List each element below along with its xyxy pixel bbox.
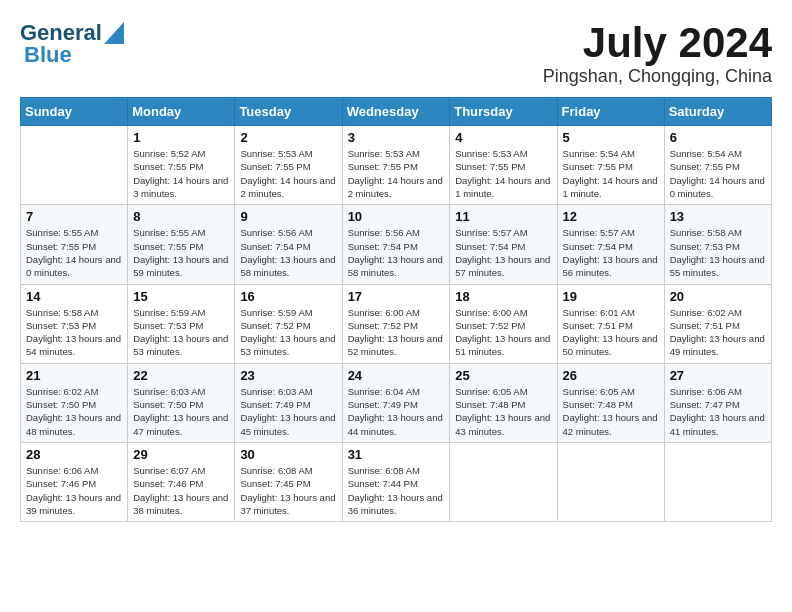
calendar-week-row: 14Sunrise: 5:58 AMSunset: 7:53 PMDayligh… (21, 284, 772, 363)
day-detail: Sunrise: 6:06 AMSunset: 7:46 PMDaylight:… (26, 464, 122, 517)
calendar-cell: 23Sunrise: 6:03 AMSunset: 7:49 PMDayligh… (235, 363, 342, 442)
calendar-cell: 1Sunrise: 5:52 AMSunset: 7:55 PMDaylight… (128, 126, 235, 205)
calendar-week-row: 1Sunrise: 5:52 AMSunset: 7:55 PMDaylight… (21, 126, 772, 205)
svg-marker-0 (104, 22, 124, 44)
calendar-cell: 17Sunrise: 6:00 AMSunset: 7:52 PMDayligh… (342, 284, 450, 363)
calendar-cell: 10Sunrise: 5:56 AMSunset: 7:54 PMDayligh… (342, 205, 450, 284)
day-number: 10 (348, 209, 445, 224)
day-detail: Sunrise: 6:06 AMSunset: 7:47 PMDaylight:… (670, 385, 766, 438)
calendar-cell: 4Sunrise: 5:53 AMSunset: 7:55 PMDaylight… (450, 126, 557, 205)
day-detail: Sunrise: 6:02 AMSunset: 7:51 PMDaylight:… (670, 306, 766, 359)
logo: General Blue (20, 20, 124, 68)
day-number: 15 (133, 289, 229, 304)
day-detail: Sunrise: 5:53 AMSunset: 7:55 PMDaylight:… (240, 147, 336, 200)
calendar-cell: 20Sunrise: 6:02 AMSunset: 7:51 PMDayligh… (664, 284, 771, 363)
day-number: 4 (455, 130, 551, 145)
day-detail: Sunrise: 5:53 AMSunset: 7:55 PMDaylight:… (455, 147, 551, 200)
day-detail: Sunrise: 6:03 AMSunset: 7:50 PMDaylight:… (133, 385, 229, 438)
day-number: 2 (240, 130, 336, 145)
calendar-cell: 28Sunrise: 6:06 AMSunset: 7:46 PMDayligh… (21, 442, 128, 521)
day-detail: Sunrise: 6:04 AMSunset: 7:49 PMDaylight:… (348, 385, 445, 438)
day-number: 12 (563, 209, 659, 224)
day-number: 18 (455, 289, 551, 304)
calendar-cell: 2Sunrise: 5:53 AMSunset: 7:55 PMDaylight… (235, 126, 342, 205)
day-detail: Sunrise: 5:58 AMSunset: 7:53 PMDaylight:… (26, 306, 122, 359)
day-number: 19 (563, 289, 659, 304)
calendar-cell (21, 126, 128, 205)
day-detail: Sunrise: 6:08 AMSunset: 7:44 PMDaylight:… (348, 464, 445, 517)
calendar-cell: 24Sunrise: 6:04 AMSunset: 7:49 PMDayligh… (342, 363, 450, 442)
calendar-cell: 9Sunrise: 5:56 AMSunset: 7:54 PMDaylight… (235, 205, 342, 284)
day-number: 31 (348, 447, 445, 462)
day-number: 29 (133, 447, 229, 462)
day-number: 16 (240, 289, 336, 304)
day-detail: Sunrise: 5:55 AMSunset: 7:55 PMDaylight:… (133, 226, 229, 279)
month-title: July 2024 (543, 20, 772, 66)
calendar-cell: 29Sunrise: 6:07 AMSunset: 7:46 PMDayligh… (128, 442, 235, 521)
calendar-cell: 3Sunrise: 5:53 AMSunset: 7:55 PMDaylight… (342, 126, 450, 205)
location: Pingshan, Chongqing, China (543, 66, 772, 87)
day-detail: Sunrise: 5:54 AMSunset: 7:55 PMDaylight:… (670, 147, 766, 200)
day-detail: Sunrise: 6:00 AMSunset: 7:52 PMDaylight:… (455, 306, 551, 359)
logo-blue: Blue (24, 42, 72, 68)
calendar-cell: 18Sunrise: 6:00 AMSunset: 7:52 PMDayligh… (450, 284, 557, 363)
col-friday: Friday (557, 98, 664, 126)
col-thursday: Thursday (450, 98, 557, 126)
calendar-cell: 22Sunrise: 6:03 AMSunset: 7:50 PMDayligh… (128, 363, 235, 442)
col-saturday: Saturday (664, 98, 771, 126)
calendar-cell: 7Sunrise: 5:55 AMSunset: 7:55 PMDaylight… (21, 205, 128, 284)
day-detail: Sunrise: 6:05 AMSunset: 7:48 PMDaylight:… (563, 385, 659, 438)
logo-icon (104, 22, 124, 44)
calendar-cell: 21Sunrise: 6:02 AMSunset: 7:50 PMDayligh… (21, 363, 128, 442)
day-detail: Sunrise: 6:05 AMSunset: 7:48 PMDaylight:… (455, 385, 551, 438)
day-number: 28 (26, 447, 122, 462)
page-header: General Blue July 2024 Pingshan, Chongqi… (20, 20, 772, 87)
day-number: 13 (670, 209, 766, 224)
day-number: 5 (563, 130, 659, 145)
calendar-cell: 15Sunrise: 5:59 AMSunset: 7:53 PMDayligh… (128, 284, 235, 363)
day-detail: Sunrise: 5:56 AMSunset: 7:54 PMDaylight:… (348, 226, 445, 279)
calendar-cell: 11Sunrise: 5:57 AMSunset: 7:54 PMDayligh… (450, 205, 557, 284)
day-detail: Sunrise: 6:00 AMSunset: 7:52 PMDaylight:… (348, 306, 445, 359)
day-number: 6 (670, 130, 766, 145)
calendar-cell: 12Sunrise: 5:57 AMSunset: 7:54 PMDayligh… (557, 205, 664, 284)
calendar-cell: 6Sunrise: 5:54 AMSunset: 7:55 PMDaylight… (664, 126, 771, 205)
day-detail: Sunrise: 6:07 AMSunset: 7:46 PMDaylight:… (133, 464, 229, 517)
day-detail: Sunrise: 5:56 AMSunset: 7:54 PMDaylight:… (240, 226, 336, 279)
calendar-cell: 13Sunrise: 5:58 AMSunset: 7:53 PMDayligh… (664, 205, 771, 284)
calendar-week-row: 7Sunrise: 5:55 AMSunset: 7:55 PMDaylight… (21, 205, 772, 284)
day-number: 1 (133, 130, 229, 145)
calendar-cell: 16Sunrise: 5:59 AMSunset: 7:52 PMDayligh… (235, 284, 342, 363)
day-detail: Sunrise: 5:53 AMSunset: 7:55 PMDaylight:… (348, 147, 445, 200)
day-number: 20 (670, 289, 766, 304)
calendar-cell (450, 442, 557, 521)
day-detail: Sunrise: 6:08 AMSunset: 7:45 PMDaylight:… (240, 464, 336, 517)
col-monday: Monday (128, 98, 235, 126)
day-detail: Sunrise: 6:02 AMSunset: 7:50 PMDaylight:… (26, 385, 122, 438)
day-number: 14 (26, 289, 122, 304)
calendar-cell: 31Sunrise: 6:08 AMSunset: 7:44 PMDayligh… (342, 442, 450, 521)
calendar-header-row: Sunday Monday Tuesday Wednesday Thursday… (21, 98, 772, 126)
day-number: 24 (348, 368, 445, 383)
day-number: 7 (26, 209, 122, 224)
calendar-week-row: 21Sunrise: 6:02 AMSunset: 7:50 PMDayligh… (21, 363, 772, 442)
day-number: 8 (133, 209, 229, 224)
calendar-cell: 5Sunrise: 5:54 AMSunset: 7:55 PMDaylight… (557, 126, 664, 205)
day-detail: Sunrise: 5:55 AMSunset: 7:55 PMDaylight:… (26, 226, 122, 279)
day-detail: Sunrise: 5:57 AMSunset: 7:54 PMDaylight:… (563, 226, 659, 279)
col-sunday: Sunday (21, 98, 128, 126)
day-detail: Sunrise: 6:03 AMSunset: 7:49 PMDaylight:… (240, 385, 336, 438)
title-area: July 2024 Pingshan, Chongqing, China (543, 20, 772, 87)
day-number: 22 (133, 368, 229, 383)
calendar-cell: 19Sunrise: 6:01 AMSunset: 7:51 PMDayligh… (557, 284, 664, 363)
day-number: 26 (563, 368, 659, 383)
calendar-cell: 30Sunrise: 6:08 AMSunset: 7:45 PMDayligh… (235, 442, 342, 521)
calendar-cell: 14Sunrise: 5:58 AMSunset: 7:53 PMDayligh… (21, 284, 128, 363)
calendar-cell: 26Sunrise: 6:05 AMSunset: 7:48 PMDayligh… (557, 363, 664, 442)
day-number: 21 (26, 368, 122, 383)
day-detail: Sunrise: 5:59 AMSunset: 7:52 PMDaylight:… (240, 306, 336, 359)
calendar-cell (557, 442, 664, 521)
day-number: 25 (455, 368, 551, 383)
day-number: 9 (240, 209, 336, 224)
calendar-week-row: 28Sunrise: 6:06 AMSunset: 7:46 PMDayligh… (21, 442, 772, 521)
